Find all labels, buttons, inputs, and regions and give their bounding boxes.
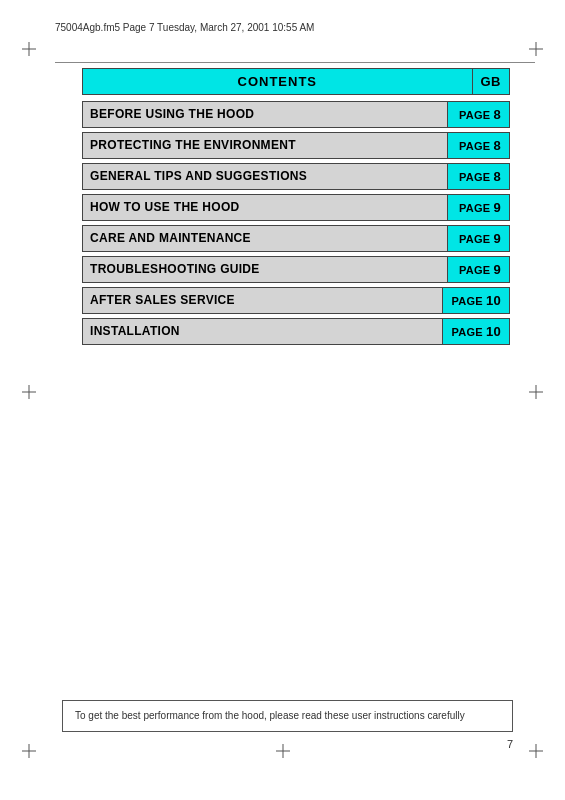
toc-page-1: PAGE 8: [447, 133, 509, 158]
toc-page-2: PAGE 8: [447, 164, 509, 189]
toc-page-num-7: 10: [486, 324, 501, 339]
toc-row-4: CARE AND MAINTENANCEPAGE 9: [82, 225, 510, 252]
toc-label-5: TROUBLESHOOTING GUIDE: [83, 257, 447, 282]
toc-page-text-5: PAGE: [459, 264, 491, 276]
toc-label-0: BEFORE USING THE HOOD: [83, 102, 447, 127]
toc-page-num-2: 8: [493, 169, 501, 184]
bottom-note: To get the best performance from the hoo…: [62, 700, 513, 732]
toc-page-7: PAGE 10: [442, 319, 509, 344]
toc-label-2: GENERAL TIPS AND SUGGESTIONS: [83, 164, 447, 189]
toc-page-6: PAGE 10: [442, 288, 509, 313]
toc-row-0: BEFORE USING THE HOODPAGE 8: [82, 101, 510, 128]
toc-page-5: PAGE 9: [447, 257, 509, 282]
toc-label-6: AFTER SALES SERVICE: [83, 288, 442, 313]
crosshair-mid-right: [529, 385, 543, 399]
toc-row-6: AFTER SALES SERVICEPAGE 10: [82, 287, 510, 314]
toc-row-7: INSTALLATIONPAGE 10: [82, 318, 510, 345]
contents-header: CONTENTS GB: [82, 68, 510, 95]
toc-page-text-2: PAGE: [459, 171, 491, 183]
toc-page-num-5: 9: [493, 262, 501, 277]
toc-page-num-4: 9: [493, 231, 501, 246]
toc-page-3: PAGE 9: [447, 195, 509, 220]
crosshair-mid-left: [22, 385, 36, 399]
toc-page-text-1: PAGE: [459, 140, 491, 152]
toc-row-5: TROUBLESHOOTING GUIDEPAGE 9: [82, 256, 510, 283]
toc-label-3: HOW TO USE THE HOOD: [83, 195, 447, 220]
toc-page-num-3: 9: [493, 200, 501, 215]
header-divider: [55, 62, 535, 63]
toc-page-text-3: PAGE: [459, 202, 491, 214]
toc-row-3: HOW TO USE THE HOODPAGE 9: [82, 194, 510, 221]
crosshair-bottom-left: [22, 744, 36, 758]
contents-gb: GB: [473, 68, 511, 95]
toc-label-1: PROTECTING THE ENVIRONMENT: [83, 133, 447, 158]
bottom-note-text: To get the best performance from the hoo…: [75, 710, 465, 721]
crosshair-bottom-mid: [276, 744, 290, 758]
toc-label-7: INSTALLATION: [83, 319, 442, 344]
crosshair-bottom-right: [529, 744, 543, 758]
toc-page-0: PAGE 8: [447, 102, 509, 127]
toc-list: BEFORE USING THE HOODPAGE 8PROTECTING TH…: [82, 101, 510, 349]
toc-row-2: GENERAL TIPS AND SUGGESTIONSPAGE 8: [82, 163, 510, 190]
header-bar: 75004Agb.fm5 Page 7 Tuesday, March 27, 2…: [55, 22, 535, 33]
toc-label-4: CARE AND MAINTENANCE: [83, 226, 447, 251]
toc-page-text-6: PAGE: [451, 295, 483, 307]
toc-page-text-0: PAGE: [459, 109, 491, 121]
toc-row-1: PROTECTING THE ENVIRONMENTPAGE 8: [82, 132, 510, 159]
toc-page-4: PAGE 9: [447, 226, 509, 251]
crosshair-top-right: [529, 42, 543, 56]
toc-page-num-1: 8: [493, 138, 501, 153]
file-info: 75004Agb.fm5 Page 7 Tuesday, March 27, 2…: [55, 22, 314, 33]
page-number: 7: [507, 738, 513, 750]
toc-page-text-7: PAGE: [451, 326, 483, 338]
toc-page-num-0: 8: [493, 107, 501, 122]
contents-title: CONTENTS: [82, 68, 473, 95]
toc-page-text-4: PAGE: [459, 233, 491, 245]
crosshair-top-left: [22, 42, 36, 56]
page: 75004Agb.fm5 Page 7 Tuesday, March 27, 2…: [0, 0, 565, 800]
main-content: CONTENTS GB BEFORE USING THE HOODPAGE 8P…: [82, 68, 510, 349]
toc-page-num-6: 10: [486, 293, 501, 308]
